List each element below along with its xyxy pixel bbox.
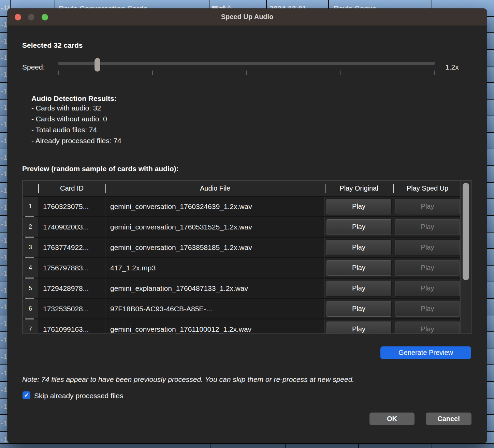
- card-id-cell: 1761099163...: [38, 319, 105, 334]
- play-sped-up-cell: Play: [393, 217, 462, 237]
- play-sped-up-cell: Play: [393, 279, 462, 298]
- table-scrollbar[interactable]: [460, 181, 471, 333]
- play-sped-up-button: Play: [395, 322, 460, 334]
- ok-button[interactable]: OK: [369, 413, 415, 425]
- bg-row-number: -1: [1, 286, 7, 294]
- play-sped-up-button: Play: [395, 240, 460, 255]
- card-id-cell: 1756797883...: [38, 258, 105, 278]
- skip-processed-checkbox[interactable]: ✓: [23, 391, 30, 399]
- play-original-button[interactable]: Play: [326, 219, 391, 235]
- play-sped-up-button: Play: [395, 301, 460, 317]
- row-grip: [25, 298, 34, 299]
- play-original-button[interactable]: Play: [326, 281, 391, 296]
- bg-row-number: -1: [1, 203, 7, 211]
- table-row: 5 1729428978... gemini_explanation_17604…: [23, 279, 471, 299]
- play-sped-up-cell: Play: [393, 197, 462, 216]
- bg-row-number: -1: [1, 369, 7, 377]
- row-number-cell: 3: [23, 238, 38, 257]
- card-id-cell: 1763774922...: [38, 238, 105, 257]
- bg-cell-text: 凡事: [214, 447, 228, 448]
- play-original-button[interactable]: Play: [326, 260, 391, 276]
- play-original-cell: Play: [325, 279, 393, 298]
- scrollbar-thumb[interactable]: [463, 183, 469, 280]
- play-sped-up-button: Play: [395, 199, 460, 214]
- speed-slider-track[interactable]: [58, 62, 435, 65]
- bg-row-number: -1: [1, 54, 7, 62]
- bg-row-number: -1: [1, 270, 7, 278]
- audio-file-cell: gemini_explanation_1760487133_1.2x.wav: [105, 279, 325, 298]
- col-header-card-id: Card ID: [38, 181, 105, 196]
- row-grip: [25, 216, 34, 217]
- speed-slider-handle[interactable]: [95, 58, 100, 72]
- bg-row-number: -1: [1, 137, 7, 145]
- bg-row-number: -1: [1, 120, 7, 128]
- preview-heading: Preview (random sample of cards with aud…: [22, 165, 179, 173]
- card-id-cell: 1740902003...: [38, 217, 105, 237]
- play-original-cell: Play: [325, 238, 393, 257]
- row-number-cell: 4: [23, 258, 38, 278]
- bg-row-number: -1: [1, 153, 7, 161]
- play-original-cell: Play: [325, 197, 393, 216]
- play-original-button[interactable]: Play: [326, 322, 391, 334]
- play-original-button[interactable]: Play: [326, 199, 391, 214]
- table-row: 3 1763774922... gemini_conversation_1763…: [23, 238, 471, 258]
- bg-row-number: -1: [1, 104, 7, 111]
- audio-file-cell: gemini_conversation_1760324639_1.2x.wav: [105, 197, 325, 216]
- audio-file-cell: gemini_conversation_1760531525_1.2x.wav: [105, 217, 325, 237]
- audio-file-cell: 97F18B05-AC93-46CB-A85E-...: [105, 299, 325, 318]
- bg-column-border: [210, 444, 210, 448]
- title-bar[interactable]: Speed Up Audio: [8, 9, 487, 26]
- table-row: 7 1761099163... gemini_conversation_1761…: [23, 319, 471, 334]
- play-sped-up-cell: Play: [393, 299, 462, 318]
- table-row: 4 1756797883... 417_1.2x.mp3 Play Play: [23, 258, 471, 279]
- play-sped-up-cell: Play: [393, 238, 462, 257]
- play-sped-up-cell: Play: [393, 319, 462, 334]
- col-header-play-sped-up: Play Sped Up: [393, 181, 462, 196]
- play-original-cell: Play: [325, 319, 393, 334]
- speed-value: 1.2x: [445, 63, 459, 71]
- slider-tick: [246, 71, 247, 75]
- play-original-button[interactable]: Play: [326, 240, 391, 255]
- preview-table-body: 1 1760323075... gemini_conversation_1760…: [23, 197, 471, 334]
- row-grip: [25, 278, 34, 279]
- card-id-cell: 1729428978...: [38, 279, 105, 298]
- cancel-button[interactable]: Cancel: [426, 413, 471, 425]
- bg-row-number: -1: [1, 170, 7, 178]
- bg-row-number: -1: [1, 236, 7, 244]
- skip-processed-label: Skip already processed files: [34, 392, 123, 400]
- preview-table-header: Card ID Audio File Play Original Play Sp…: [23, 181, 471, 197]
- card-id-cell: 1760323075...: [38, 197, 105, 216]
- speed-up-audio-dialog: Speed Up Audio Selected 32 cards Speed: …: [8, 9, 487, 443]
- card-id-cell: 1732535028...: [38, 299, 105, 318]
- play-sped-up-cell: Play: [393, 258, 462, 278]
- table-row: 1 1760323075... gemini_conversation_1760…: [23, 197, 471, 217]
- audio-file-cell: 417_1.2x.mp3: [105, 258, 325, 278]
- table-row: 2 1740902003... gemini_conversation_1760…: [23, 217, 471, 238]
- preview-table: Card ID Audio File Play Original Play Sp…: [22, 180, 472, 334]
- bg-row-number: -1: [1, 353, 7, 360]
- header-separator: [393, 184, 394, 193]
- header-separator: [325, 184, 325, 193]
- play-original-button[interactable]: Play: [326, 301, 391, 317]
- bg-row-number: -1: [1, 303, 7, 311]
- header-separator: [105, 184, 106, 193]
- bg-row-number: -1: [1, 253, 7, 261]
- bg-row-number: -1: [1, 336, 7, 344]
- play-original-cell: Play: [325, 217, 393, 237]
- play-sped-up-button: Play: [395, 260, 460, 276]
- slider-tick: [340, 71, 341, 75]
- row-grip: [25, 237, 34, 238]
- bg-row-number: -1: [1, 402, 7, 410]
- bg-row-number: -1: [1, 419, 7, 427]
- row-number-cell: 5: [23, 279, 38, 298]
- play-original-cell: Play: [325, 299, 393, 318]
- slider-tick: [58, 71, 59, 75]
- speed-label: Speed:: [22, 63, 45, 71]
- generate-preview-button[interactable]: Generate Preview: [380, 346, 471, 359]
- row-grip: [25, 257, 34, 258]
- bg-column-border: [432, 444, 432, 448]
- bg-column-border: [358, 444, 359, 448]
- bg-bottom-row: Ray's Conversation Cards 凡事 2025-10-15 M…: [0, 443, 494, 448]
- slider-tick: [434, 71, 435, 75]
- bg-row-number: -1: [1, 71, 7, 78]
